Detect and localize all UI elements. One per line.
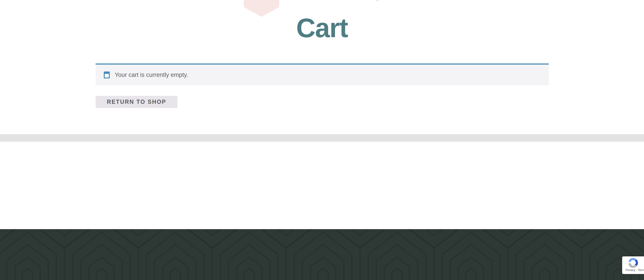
recaptcha-icon xyxy=(628,258,638,268)
cart-page-icon xyxy=(104,71,110,78)
return-to-shop-button[interactable]: RETURN TO SHOP xyxy=(96,96,178,108)
page-title: Cart xyxy=(0,15,644,41)
privacy-terms-label[interactable]: Privacy - Terms xyxy=(626,268,644,272)
cart-page: Cart Your cart is currently empty. RETUR… xyxy=(0,0,644,280)
hexagon-pattern xyxy=(0,229,644,280)
diamond-shape xyxy=(368,0,387,6)
empty-cart-notice: Your cart is currently empty. xyxy=(96,63,549,85)
empty-cart-message: Your cart is currently empty. xyxy=(115,71,188,78)
footer-lower: SOS ApproachProfessionalsParents & Careg… xyxy=(0,229,644,280)
footer-upper: SOS R Approach to Feeding f in Stay Up t… xyxy=(0,142,644,229)
section-divider xyxy=(0,134,644,142)
recaptcha-badge[interactable]: Privacy - Terms xyxy=(622,256,644,274)
